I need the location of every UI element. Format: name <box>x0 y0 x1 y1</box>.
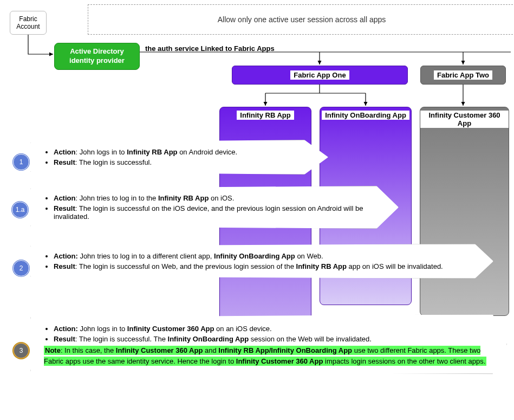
step-1-banner: Action: John logs in to Infinity RB App … <box>30 140 328 175</box>
step-3-banner: Action: John logs in to Infinity Custome… <box>30 314 507 374</box>
step-1a-banner: Action: John tries to log in to the Infi… <box>30 186 399 229</box>
active-directory-node: Active Directory identity provider <box>54 43 140 70</box>
infinity-360-column: Infinity Customer 360 App <box>420 107 509 316</box>
diagram-root: Allow only one active user session acros… <box>0 0 514 420</box>
allow-one-session-text: Allow only one active user session acros… <box>218 15 386 24</box>
fabric-app-one-label: Fabric App One <box>290 70 349 80</box>
fabric-app-one-node: Fabric App One <box>232 66 408 85</box>
fabric-account-label: Fabric Account <box>10 15 46 30</box>
infinity-360-label: Infinity Customer 360 App <box>420 111 509 128</box>
fabric-app-two-label: Fabric App Two <box>434 70 492 80</box>
step-2-bubble: 2 <box>13 260 29 276</box>
step-1-bubble: 1 <box>13 154 29 170</box>
step-3-note: Note: In this case, the Infinity Custome… <box>44 345 491 367</box>
step-1a-bubble: 1.a <box>12 202 28 218</box>
fabric-app-two-node: Fabric App Two <box>420 66 506 85</box>
step-3-action: Action: John logs in to Infinity Custome… <box>54 325 491 333</box>
step-1a-action: Action: John tries to log in to the Infi… <box>54 194 383 202</box>
infinity-rb-label: Infinity RB App <box>237 111 294 120</box>
step-3-bubble: 3 <box>13 343 29 359</box>
step-1-result: Result: The login is successful. <box>54 158 313 166</box>
auth-service-edge-label: the auth service Linked to Fabric Apps <box>145 44 275 53</box>
step-2-banner: Action: John tries to log in to a differ… <box>30 244 493 279</box>
step-2-action: Action: John tries to log in to a differ… <box>54 252 478 260</box>
active-directory-label: Active Directory identity provider <box>57 47 137 66</box>
step-1-action: Action: John logs in to Infinity RB App … <box>54 148 313 156</box>
step-3-result: Result: The login is successful. The Inf… <box>54 335 491 343</box>
fabric-account-node: Fabric Account <box>10 11 47 35</box>
step-2-result: Result: The login is successful on Web, … <box>54 262 478 270</box>
infinity-onboarding-label: Infinity OnBoarding App <box>322 111 409 120</box>
step-1a-result: Result: The login is successful on the i… <box>54 204 383 221</box>
allow-one-session-note: Allow only one active user session acros… <box>88 4 514 35</box>
